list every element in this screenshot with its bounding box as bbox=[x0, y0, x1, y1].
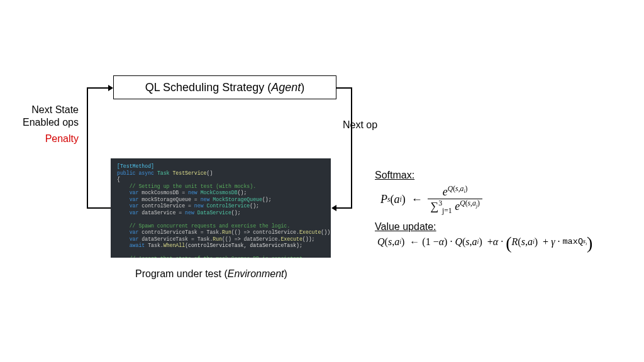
heading-softmax: Softmax: bbox=[375, 170, 639, 181]
equation-value-update: Q(s, ai) ← (1 − α) · Q(s, ai) +α · ( R(s… bbox=[375, 236, 639, 248]
diagram-canvas: QL Scheduling Strategy (Agent) Next Stat… bbox=[0, 0, 644, 362]
arrow-agent-to-env-seg3 bbox=[336, 207, 352, 209]
heading-value-update: Value update: bbox=[375, 221, 639, 233]
feedback-labels: Next State Enabled ops Penalty bbox=[3, 104, 79, 145]
label-enabled-ops: Enabled ops bbox=[3, 116, 79, 129]
arrowhead-into-env bbox=[331, 205, 336, 211]
arrowhead-into-agent bbox=[108, 85, 113, 91]
code-environment-box: [TestMethod] public async Task TestServi… bbox=[111, 158, 331, 258]
math-panel: Softmax: Ps (ai) ← eQ(s,ai) ∑3j=1 eQ(s,a… bbox=[375, 163, 639, 248]
arrow-env-to-agent-seg3 bbox=[87, 87, 108, 89]
arrow-agent-to-env-seg1 bbox=[336, 87, 352, 89]
environment-caption: Program under test (Environment) bbox=[135, 268, 287, 280]
arrow-env-to-agent-seg2 bbox=[87, 87, 88, 208]
agent-label: QL Scheduling Strategy (Agent) bbox=[145, 81, 305, 94]
arrow-env-to-agent-seg1 bbox=[87, 207, 111, 209]
equation-softmax: Ps (ai) ← eQ(s,ai) ∑3j=1 eQ(s,aj) bbox=[375, 185, 639, 215]
label-next-op: Next op bbox=[343, 119, 377, 131]
agent-box: QL Scheduling Strategy (Agent) bbox=[113, 75, 336, 99]
label-penalty: Penalty bbox=[3, 133, 79, 145]
label-next-state: Next State bbox=[3, 104, 79, 116]
arrow-agent-to-env-seg2 bbox=[351, 87, 352, 208]
